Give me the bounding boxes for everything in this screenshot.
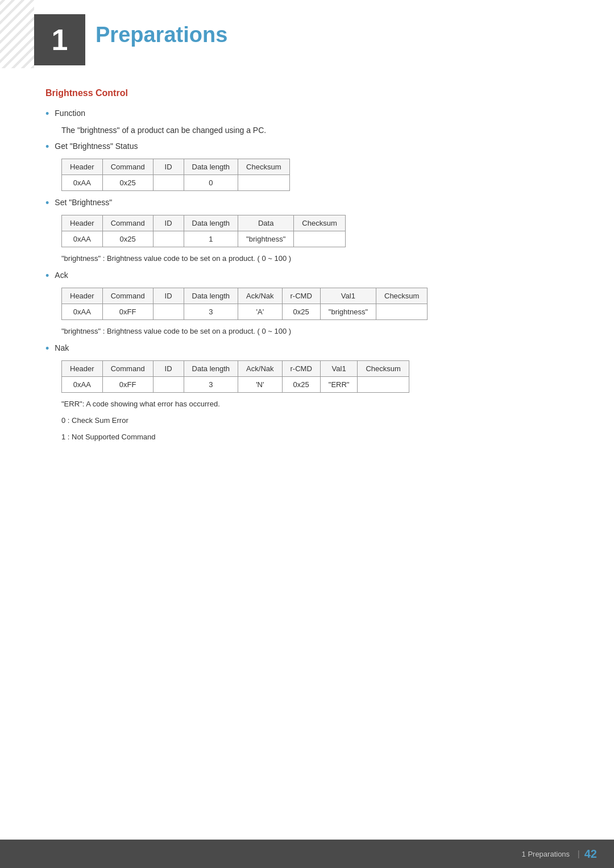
th-data-2: Data xyxy=(238,215,294,231)
td-checksum-2 xyxy=(294,231,345,247)
td-datalength-nak: 3 xyxy=(184,377,238,393)
td-command-nak: 0xFF xyxy=(102,377,153,393)
td-id-ack xyxy=(153,304,184,320)
set-brightness-label: Set "Brightness" xyxy=(55,198,112,207)
td-header-nak: 0xAA xyxy=(62,377,103,393)
td-datalength-1: 0 xyxy=(184,175,238,191)
th-header-2: Header xyxy=(62,215,103,231)
td-id-nak xyxy=(153,377,184,393)
section-title: Brightness Control xyxy=(45,88,569,98)
content-area: Brightness Control • Function The "brigh… xyxy=(45,88,569,483)
bullet-dot-4: • xyxy=(45,270,49,282)
td-datalength-ack: 3 xyxy=(184,304,238,320)
th-command-ack: Command xyxy=(102,288,153,304)
table-row: 0xAA 0xFF 3 'N' 0x25 "ERR" xyxy=(62,377,409,393)
get-brightness-label: Get "Brightness" Status xyxy=(55,142,138,151)
th-datalength-2: Data length xyxy=(184,215,238,231)
td-checksum-nak xyxy=(358,377,409,393)
err-0: 0 : Check Sum Error xyxy=(61,416,569,425)
th-id-1: ID xyxy=(153,159,184,175)
th-header-nak: Header xyxy=(62,361,103,377)
td-acknak-ack: 'A' xyxy=(238,304,282,320)
th-command-2: Command xyxy=(102,215,153,231)
td-command-ack: 0xFF xyxy=(102,304,153,320)
page-footer: 1 Preparations | 42 xyxy=(0,840,614,868)
th-header-ack: Header xyxy=(62,288,103,304)
th-rcmd-ack: r-CMD xyxy=(282,288,320,304)
bullet-function: • Function xyxy=(45,109,569,120)
table-row: 0xAA 0x25 1 "brightness" xyxy=(62,231,346,247)
bullet-nak: • Nak xyxy=(45,343,569,355)
td-command-1: 0x25 xyxy=(102,175,153,191)
footer-page-number: 42 xyxy=(584,848,597,861)
bullet-dot-5: • xyxy=(45,343,49,355)
bullet-dot-1: • xyxy=(45,108,49,120)
bullet-dot-2: • xyxy=(45,141,49,153)
th-command-nak: Command xyxy=(102,361,153,377)
bullet-function-label: Function xyxy=(55,109,85,118)
td-command-2: 0x25 xyxy=(102,231,153,247)
ack-label: Ack xyxy=(55,271,68,280)
th-checksum-1: Checksum xyxy=(238,159,289,175)
td-id-1 xyxy=(153,175,184,191)
td-data-2: "brightness" xyxy=(238,231,294,247)
set-brightness-table: Header Command ID Data length Data Check… xyxy=(61,215,346,247)
th-command-1: Command xyxy=(102,159,153,175)
td-header-2: 0xAA xyxy=(62,231,103,247)
td-val1-ack: "brightness" xyxy=(320,304,376,320)
chapter-title: Preparations xyxy=(96,23,227,47)
footer-separator: | xyxy=(578,849,580,858)
td-checksum-1 xyxy=(238,175,289,191)
th-datalength-ack: Data length xyxy=(184,288,238,304)
footer-label: 1 Preparations xyxy=(522,850,570,858)
nak-table-wrapper: Header Command ID Data length Ack/Nak r-… xyxy=(61,360,569,393)
chapter-number: 1 xyxy=(34,14,85,65)
td-id-2 xyxy=(153,231,184,247)
bullet-dot-3: • xyxy=(45,197,49,209)
table-row: 0xAA 0xFF 3 'A' 0x25 "brightness" xyxy=(62,304,428,320)
get-brightness-table: Header Command ID Data length Checksum 0… xyxy=(61,159,290,191)
td-rcmd-ack: 0x25 xyxy=(282,304,320,320)
set-brightness-table-wrapper: Header Command ID Data length Data Check… xyxy=(61,215,569,247)
td-acknak-nak: 'N' xyxy=(238,377,282,393)
ack-table-wrapper: Header Command ID Data length Ack/Nak r-… xyxy=(61,288,569,320)
get-brightness-table-wrapper: Header Command ID Data length Checksum 0… xyxy=(61,159,569,191)
td-val1-nak: "ERR" xyxy=(320,377,358,393)
td-datalength-2: 1 xyxy=(184,231,238,247)
ack-table: Header Command ID Data length Ack/Nak r-… xyxy=(61,288,428,320)
bullet-set-brightness: • Set "Brightness" xyxy=(45,198,569,209)
th-datalength-1: Data length xyxy=(184,159,238,175)
td-rcmd-nak: 0x25 xyxy=(282,377,320,393)
th-val1-nak: Val1 xyxy=(320,361,358,377)
nak-label: Nak xyxy=(55,343,69,352)
th-checksum-nak: Checksum xyxy=(358,361,409,377)
th-id-2: ID xyxy=(153,215,184,231)
th-header-1: Header xyxy=(62,159,103,175)
td-header-1: 0xAA xyxy=(62,175,103,191)
bullet-get-brightness: • Get "Brightness" Status xyxy=(45,142,569,153)
note-brightness-1: "brightness" : Brightness value code to … xyxy=(61,254,569,263)
page-header: 1 Preparations xyxy=(0,0,614,82)
note-brightness-2: "brightness" : Brightness value code to … xyxy=(61,327,569,335)
th-id-ack: ID xyxy=(153,288,184,304)
th-checksum-2: Checksum xyxy=(294,215,345,231)
th-val1-ack: Val1 xyxy=(320,288,376,304)
bullet-ack: • Ack xyxy=(45,271,569,282)
td-header-ack: 0xAA xyxy=(62,304,103,320)
table-row: 0xAA 0x25 0 xyxy=(62,175,290,191)
th-acknak-nak: Ack/Nak xyxy=(238,361,282,377)
th-datalength-nak: Data length xyxy=(184,361,238,377)
th-id-nak: ID xyxy=(153,361,184,377)
th-acknak-ack: Ack/Nak xyxy=(238,288,282,304)
function-description: The "brightness" of a product can be cha… xyxy=(61,126,569,135)
th-rcmd-nak: r-CMD xyxy=(282,361,320,377)
nak-table: Header Command ID Data length Ack/Nak r-… xyxy=(61,360,409,393)
err-1: 1 : Not Supported Command xyxy=(61,433,569,441)
th-checksum-ack: Checksum xyxy=(376,288,428,304)
err-note: "ERR": A code showing what error has occ… xyxy=(61,400,569,408)
td-checksum-ack xyxy=(376,304,428,320)
